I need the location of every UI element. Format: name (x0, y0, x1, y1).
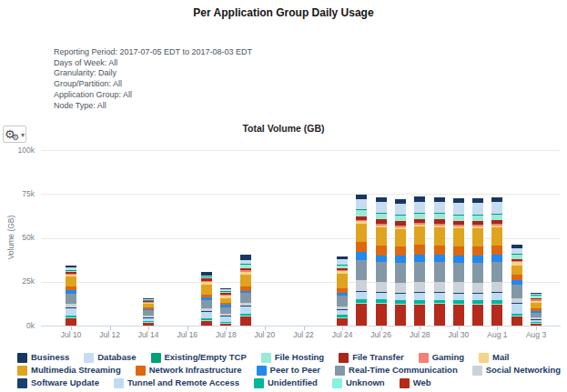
bar-segment[interactable] (453, 225, 464, 226)
bar-segment[interactable] (511, 266, 522, 275)
bar-segment[interactable] (414, 304, 425, 305)
bar-segment[interactable] (337, 307, 348, 309)
bar-segment[interactable] (376, 246, 387, 256)
bar-segment[interactable] (472, 305, 483, 326)
bar-segment[interactable] (201, 295, 212, 297)
bar-segment[interactable] (414, 226, 425, 245)
bar-segment[interactable] (414, 225, 425, 226)
bar-segment[interactable] (531, 311, 542, 313)
bar-segment[interactable] (395, 216, 406, 221)
bar-segment[interactable] (434, 293, 445, 300)
bar-segment[interactable] (240, 272, 251, 275)
bar-segment[interactable] (453, 215, 464, 220)
bar-segment[interactable] (66, 276, 76, 286)
bar-segment[interactable] (337, 310, 348, 316)
bar-segment[interactable] (201, 318, 212, 320)
bar-segment[interactable] (414, 282, 425, 293)
bar-segment[interactable] (491, 220, 502, 224)
bar-segment[interactable] (491, 202, 502, 213)
bar-segment[interactable] (66, 272, 76, 274)
bar-segment[interactable] (143, 302, 154, 303)
bar-segment[interactable] (395, 226, 406, 227)
bar-segment[interactable] (376, 224, 387, 226)
bar-segment[interactable] (66, 307, 76, 308)
bar-segment[interactable] (531, 298, 542, 299)
bar-segment[interactable] (453, 304, 464, 305)
bar-segment[interactable] (337, 317, 348, 318)
bar-segment[interactable] (434, 282, 445, 292)
bar-segment[interactable] (337, 315, 348, 317)
bar-segment[interactable] (531, 303, 542, 308)
bar-segment[interactable] (414, 213, 425, 218)
bar-segment[interactable] (356, 210, 367, 216)
bar-segment[interactable] (143, 302, 154, 304)
bar-segment[interactable] (201, 297, 212, 300)
bar-segment[interactable] (434, 303, 445, 304)
bar-segment[interactable] (531, 295, 542, 296)
bar-segment[interactable] (472, 256, 483, 263)
bar-segment[interactable] (511, 248, 522, 254)
bar-segment[interactable] (143, 321, 154, 322)
bar-segment[interactable] (491, 224, 502, 226)
bar-segment[interactable] (240, 306, 251, 307)
bar-segment[interactable] (434, 219, 445, 223)
bar-segment[interactable] (337, 296, 348, 307)
bar-segment[interactable] (395, 283, 406, 293)
bar-segment[interactable] (434, 224, 445, 226)
bar-segment[interactable] (240, 265, 251, 267)
bar-segment[interactable] (376, 292, 387, 293)
bar-segment[interactable] (531, 294, 542, 295)
bar-segment[interactable] (356, 209, 367, 210)
bar-segment[interactable] (66, 317, 76, 326)
bar-segment[interactable] (240, 260, 251, 265)
bar-segment[interactable] (434, 214, 445, 219)
bar-segment[interactable] (472, 304, 483, 305)
bar-segment[interactable] (356, 242, 367, 252)
bar-segment[interactable] (143, 309, 154, 310)
bar-segment[interactable] (491, 304, 502, 305)
bar-segment[interactable] (337, 268, 348, 270)
bar-segment[interactable] (453, 203, 464, 214)
bar-segment[interactable] (66, 275, 76, 277)
bar-segment[interactable] (414, 196, 425, 201)
bar-segment[interactable] (472, 294, 483, 301)
bar-segment[interactable] (434, 300, 445, 304)
bar-segment[interactable] (143, 298, 154, 299)
bar-segment[interactable] (220, 295, 231, 296)
bar-segment[interactable] (453, 215, 464, 216)
bar-segment[interactable] (143, 307, 154, 309)
bar-segment[interactable] (220, 323, 231, 324)
bar-segment[interactable] (220, 314, 231, 316)
bar-segment[interactable] (337, 309, 348, 310)
bar-segment[interactable] (201, 320, 212, 321)
bar-segment[interactable] (491, 226, 502, 227)
bar-segment[interactable] (201, 277, 212, 278)
bar-segment[interactable] (337, 293, 348, 296)
bar-segment[interactable] (356, 291, 367, 292)
bar-segment[interactable] (376, 219, 387, 224)
bar-segment[interactable] (395, 227, 406, 229)
bar-segment[interactable] (66, 286, 76, 290)
bar-segment[interactable] (143, 316, 154, 317)
bar-segment[interactable] (511, 259, 522, 260)
bar-segment[interactable] (201, 276, 212, 277)
bar-segment[interactable] (376, 213, 387, 214)
bar-segment[interactable] (143, 317, 154, 318)
bar-segment[interactable] (220, 291, 231, 292)
bar-segment[interactable] (220, 289, 231, 291)
bar-segment[interactable] (453, 221, 464, 225)
bar-segment[interactable] (434, 226, 445, 227)
bar-segment[interactable] (453, 282, 464, 292)
bar-segment[interactable] (240, 306, 251, 314)
bar-segment[interactable] (395, 256, 406, 263)
bar-segment[interactable] (453, 256, 464, 263)
bar-segment[interactable] (356, 299, 367, 303)
bar-segment[interactable] (453, 246, 464, 256)
bar-segment[interactable] (220, 305, 231, 307)
bar-segment[interactable] (66, 317, 76, 318)
bar-segment[interactable] (376, 262, 387, 281)
bar-segment[interactable] (453, 293, 464, 294)
bar-segment[interactable] (356, 252, 367, 260)
bar-segment[interactable] (220, 317, 231, 322)
bar-segment[interactable] (531, 324, 542, 326)
